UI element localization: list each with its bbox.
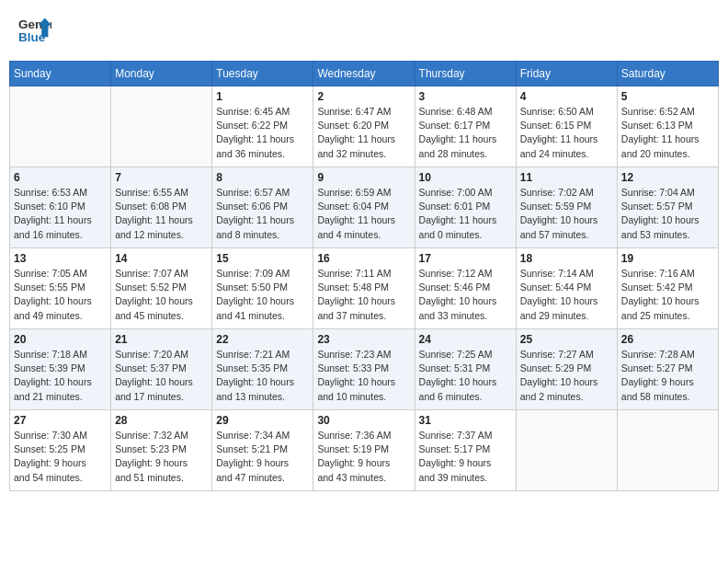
day-info: Sunrise: 6:55 AM Sunset: 6:08 PM Dayligh… — [115, 186, 208, 242]
day-number: 1 — [216, 90, 309, 103]
day-number: 13 — [14, 252, 107, 265]
day-number: 27 — [14, 414, 107, 427]
weekday-header-wednesday: Wednesday — [313, 62, 415, 86]
day-info: Sunrise: 7:00 AM Sunset: 6:01 PM Dayligh… — [419, 186, 512, 242]
day-info: Sunrise: 6:45 AM Sunset: 6:22 PM Dayligh… — [216, 105, 309, 161]
day-info: Sunrise: 7:12 AM Sunset: 5:46 PM Dayligh… — [419, 267, 512, 323]
calendar-cell: 4Sunrise: 6:50 AM Sunset: 6:15 PM Daylig… — [516, 86, 617, 167]
day-info: Sunrise: 7:09 AM Sunset: 5:50 PM Dayligh… — [216, 267, 309, 323]
calendar-cell: 6Sunrise: 6:53 AM Sunset: 6:10 PM Daylig… — [10, 167, 111, 248]
day-info: Sunrise: 7:28 AM Sunset: 5:27 PM Dayligh… — [621, 348, 714, 404]
day-info: Sunrise: 6:48 AM Sunset: 6:17 PM Dayligh… — [419, 105, 512, 161]
day-info: Sunrise: 7:04 AM Sunset: 5:57 PM Dayligh… — [621, 186, 714, 242]
calendar-cell: 20Sunrise: 7:18 AM Sunset: 5:39 PM Dayli… — [10, 329, 111, 410]
calendar-cell: 13Sunrise: 7:05 AM Sunset: 5:55 PM Dayli… — [10, 248, 111, 329]
day-info: Sunrise: 7:05 AM Sunset: 5:55 PM Dayligh… — [14, 267, 107, 323]
day-info: Sunrise: 6:50 AM Sunset: 6:15 PM Dayligh… — [520, 105, 613, 161]
calendar-cell: 15Sunrise: 7:09 AM Sunset: 5:50 PM Dayli… — [212, 248, 313, 329]
calendar-cell: 24Sunrise: 7:25 AM Sunset: 5:31 PM Dayli… — [415, 329, 516, 410]
calendar-cell: 14Sunrise: 7:07 AM Sunset: 5:52 PM Dayli… — [111, 248, 212, 329]
day-info: Sunrise: 6:57 AM Sunset: 6:06 PM Dayligh… — [216, 186, 309, 242]
day-number: 3 — [419, 90, 512, 103]
calendar-cell: 21Sunrise: 7:20 AM Sunset: 5:37 PM Dayli… — [111, 329, 212, 410]
logo: General Blue — [18, 14, 51, 47]
day-info: Sunrise: 6:59 AM Sunset: 6:04 PM Dayligh… — [317, 186, 410, 242]
calendar-cell: 7Sunrise: 6:55 AM Sunset: 6:08 PM Daylig… — [111, 167, 212, 248]
day-number: 26 — [621, 333, 714, 346]
calendar-cell: 30Sunrise: 7:36 AM Sunset: 5:19 PM Dayli… — [313, 410, 415, 491]
day-number: 5 — [621, 90, 714, 103]
day-info: Sunrise: 7:25 AM Sunset: 5:31 PM Dayligh… — [419, 348, 512, 404]
weekday-header-thursday: Thursday — [415, 62, 516, 86]
day-info: Sunrise: 7:14 AM Sunset: 5:44 PM Dayligh… — [520, 267, 613, 323]
day-info: Sunrise: 6:53 AM Sunset: 6:10 PM Dayligh… — [14, 186, 107, 242]
day-number: 29 — [216, 414, 309, 427]
calendar-cell: 11Sunrise: 7:02 AM Sunset: 5:59 PM Dayli… — [516, 167, 617, 248]
weekday-header-saturday: Saturday — [617, 62, 718, 86]
calendar-cell: 9Sunrise: 6:59 AM Sunset: 6:04 PM Daylig… — [313, 167, 415, 248]
calendar-cell: 26Sunrise: 7:28 AM Sunset: 5:27 PM Dayli… — [617, 329, 718, 410]
day-info: Sunrise: 7:02 AM Sunset: 5:59 PM Dayligh… — [520, 186, 613, 242]
day-number: 14 — [115, 252, 208, 265]
calendar-cell: 18Sunrise: 7:14 AM Sunset: 5:44 PM Dayli… — [516, 248, 617, 329]
calendar-week-4: 27Sunrise: 7:30 AM Sunset: 5:25 PM Dayli… — [10, 410, 719, 491]
day-number: 25 — [520, 333, 613, 346]
calendar-cell: 10Sunrise: 7:00 AM Sunset: 6:01 PM Dayli… — [415, 167, 516, 248]
calendar-cell: 2Sunrise: 6:47 AM Sunset: 6:20 PM Daylig… — [313, 86, 415, 167]
day-number: 28 — [115, 414, 208, 427]
day-info: Sunrise: 7:21 AM Sunset: 5:35 PM Dayligh… — [216, 348, 309, 404]
weekday-header-tuesday: Tuesday — [212, 62, 313, 86]
day-number: 31 — [419, 414, 512, 427]
calendar-cell — [617, 410, 718, 491]
calendar-week-0: 1Sunrise: 6:45 AM Sunset: 6:22 PM Daylig… — [10, 86, 719, 167]
calendar-cell: 19Sunrise: 7:16 AM Sunset: 5:42 PM Dayli… — [617, 248, 718, 329]
day-number: 24 — [419, 333, 512, 346]
day-info: Sunrise: 7:23 AM Sunset: 5:33 PM Dayligh… — [317, 348, 410, 404]
calendar-cell: 8Sunrise: 6:57 AM Sunset: 6:06 PM Daylig… — [212, 167, 313, 248]
day-info: Sunrise: 6:47 AM Sunset: 6:20 PM Dayligh… — [317, 105, 410, 161]
weekday-header-sunday: Sunday — [10, 62, 111, 86]
day-number: 15 — [216, 252, 309, 265]
calendar-cell — [111, 86, 212, 167]
calendar-cell: 3Sunrise: 6:48 AM Sunset: 6:17 PM Daylig… — [415, 86, 516, 167]
calendar-cell: 12Sunrise: 7:04 AM Sunset: 5:57 PM Dayli… — [617, 167, 718, 248]
day-number: 7 — [115, 171, 208, 184]
day-number: 21 — [115, 333, 208, 346]
day-number: 9 — [317, 171, 410, 184]
calendar-cell: 17Sunrise: 7:12 AM Sunset: 5:46 PM Dayli… — [415, 248, 516, 329]
day-info: Sunrise: 7:16 AM Sunset: 5:42 PM Dayligh… — [621, 267, 714, 323]
calendar-cell: 1Sunrise: 6:45 AM Sunset: 6:22 PM Daylig… — [212, 86, 313, 167]
calendar-cell: 22Sunrise: 7:21 AM Sunset: 5:35 PM Dayli… — [212, 329, 313, 410]
day-number: 16 — [317, 252, 410, 265]
day-info: Sunrise: 7:30 AM Sunset: 5:25 PM Dayligh… — [14, 429, 107, 485]
calendar-cell: 31Sunrise: 7:37 AM Sunset: 5:17 PM Dayli… — [415, 410, 516, 491]
day-number: 23 — [317, 333, 410, 346]
calendar: SundayMondayTuesdayWednesdayThursdayFrid… — [9, 61, 719, 491]
calendar-cell: 5Sunrise: 6:52 AM Sunset: 6:13 PM Daylig… — [617, 86, 718, 167]
day-info: Sunrise: 7:37 AM Sunset: 5:17 PM Dayligh… — [419, 429, 512, 485]
day-info: Sunrise: 7:18 AM Sunset: 5:39 PM Dayligh… — [14, 348, 107, 404]
day-info: Sunrise: 7:34 AM Sunset: 5:21 PM Dayligh… — [216, 429, 309, 485]
day-info: Sunrise: 7:07 AM Sunset: 5:52 PM Dayligh… — [115, 267, 208, 323]
page-container: General Blue SundayMondayTuesdayWednesda… — [9, 9, 719, 491]
calendar-week-2: 13Sunrise: 7:05 AM Sunset: 5:55 PM Dayli… — [10, 248, 719, 329]
day-info: Sunrise: 7:11 AM Sunset: 5:48 PM Dayligh… — [317, 267, 410, 323]
day-number: 18 — [520, 252, 613, 265]
day-number: 10 — [419, 171, 512, 184]
calendar-cell: 29Sunrise: 7:34 AM Sunset: 5:21 PM Dayli… — [212, 410, 313, 491]
day-number: 4 — [520, 90, 613, 103]
day-number: 22 — [216, 333, 309, 346]
header: General Blue — [9, 9, 719, 52]
calendar-cell: 27Sunrise: 7:30 AM Sunset: 5:25 PM Dayli… — [10, 410, 111, 491]
day-info: Sunrise: 6:52 AM Sunset: 6:13 PM Dayligh… — [621, 105, 714, 161]
calendar-cell: 28Sunrise: 7:32 AM Sunset: 5:23 PM Dayli… — [111, 410, 212, 491]
calendar-cell — [10, 86, 111, 167]
day-info: Sunrise: 7:27 AM Sunset: 5:29 PM Dayligh… — [520, 348, 613, 404]
day-number: 8 — [216, 171, 309, 184]
day-number: 30 — [317, 414, 410, 427]
day-number: 6 — [14, 171, 107, 184]
calendar-cell: 16Sunrise: 7:11 AM Sunset: 5:48 PM Dayli… — [313, 248, 415, 329]
calendar-cell — [516, 410, 617, 491]
weekday-header-monday: Monday — [111, 62, 212, 86]
logo-icon: General Blue — [18, 14, 51, 47]
